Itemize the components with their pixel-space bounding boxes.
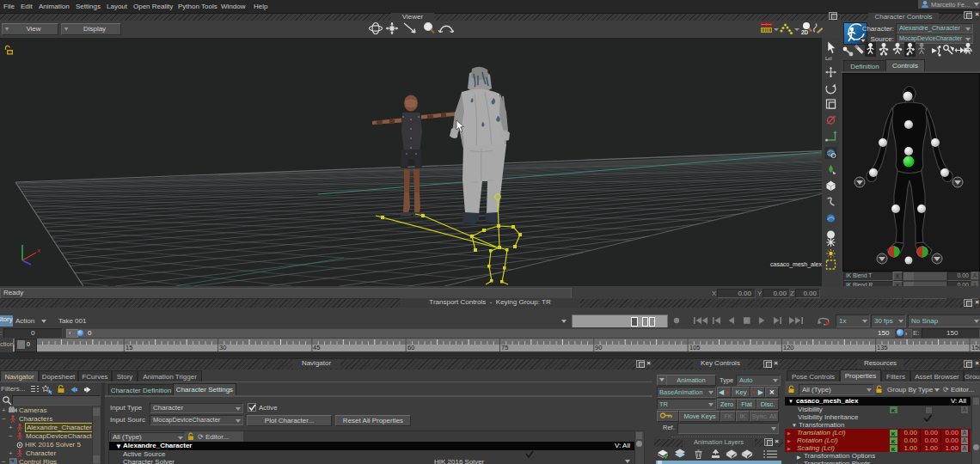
svg-text:K: K <box>891 438 896 443</box>
svg-text:X: X <box>37 248 40 253</box>
svg-text:K: K <box>891 407 896 412</box>
svg-text:K: K <box>891 446 896 451</box>
svg-text:K: K <box>891 430 896 436</box>
svg-text:Lcl: Lcl <box>825 56 832 61</box>
svg-text:2D: 2D <box>801 29 809 35</box>
